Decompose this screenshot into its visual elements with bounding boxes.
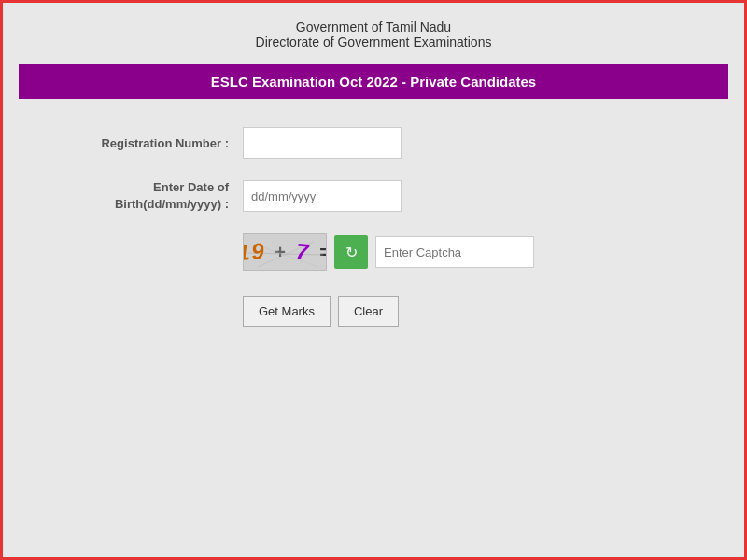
registration-row: Registration Number :: [56, 127, 691, 159]
captcha-input[interactable]: [375, 236, 534, 268]
get-marks-label: Get Marks: [259, 304, 315, 318]
captcha-image: 19 + 7 =: [243, 233, 327, 271]
dob-input[interactable]: [243, 180, 402, 212]
refresh-captcha-button[interactable]: ↻: [334, 235, 368, 269]
captcha-equals: =: [313, 242, 327, 263]
banner-title: ESLC Examination Oct 2022 - Private Cand…: [211, 74, 536, 90]
dob-row: Enter Date ofBirth(dd/mm/yyyy) :: [56, 179, 691, 213]
header-line1: Government of Tamil Nadu: [256, 20, 492, 35]
refresh-icon: ↻: [345, 244, 358, 261]
registration-input[interactable]: [243, 127, 402, 159]
captcha-operator: +: [268, 242, 295, 263]
captcha-text: 19 + 7 =: [243, 239, 327, 265]
captcha-num1: 19: [243, 238, 267, 267]
get-marks-button[interactable]: Get Marks: [243, 296, 331, 327]
form-container: Registration Number : Enter Date ofBirth…: [19, 99, 728, 355]
page-wrapper: Government of Tamil Nadu Directorate of …: [3, 3, 744, 557]
buttons-row: Get Marks Clear: [56, 296, 691, 327]
banner: ESLC Examination Oct 2022 - Private Cand…: [19, 64, 728, 99]
dob-label: Enter Date ofBirth(dd/mm/yyyy) :: [56, 179, 243, 213]
clear-button[interactable]: Clear: [338, 296, 399, 327]
clear-label: Clear: [354, 304, 383, 318]
header-line2: Directorate of Government Examinations: [256, 35, 492, 49]
captcha-row: 19 + 7 = ↻: [56, 233, 691, 271]
registration-label: Registration Number :: [56, 136, 243, 150]
header-section: Government of Tamil Nadu Directorate of …: [237, 3, 511, 59]
captcha-num2: 7: [295, 239, 312, 266]
